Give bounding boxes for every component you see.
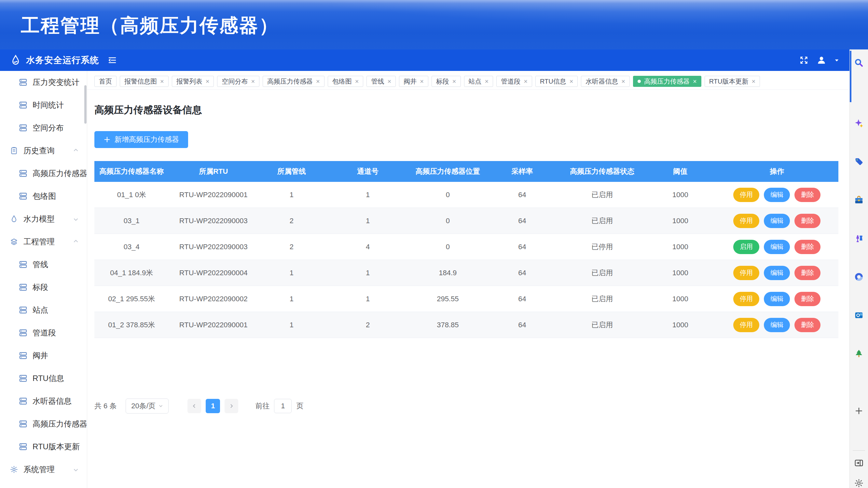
edit-button[interactable]: 编辑 — [764, 318, 790, 332]
chevron-down-icon — [158, 403, 163, 409]
close-icon[interactable]: × — [160, 78, 164, 85]
tab-3[interactable]: 报警列表× — [172, 76, 214, 87]
sidebar-item-2[interactable]: 时间统计 — [0, 94, 87, 117]
user-icon[interactable] — [816, 55, 827, 65]
disable-button[interactable]: 停用 — [733, 318, 759, 332]
cell: 1 — [325, 269, 411, 277]
tab-14[interactable]: 高频压力传感器× — [633, 76, 701, 87]
close-icon[interactable]: × — [251, 78, 255, 85]
delete-button[interactable]: 删除 — [795, 214, 820, 228]
close-icon[interactable]: × — [751, 78, 755, 85]
sparkle-icon[interactable] — [854, 119, 864, 128]
cell: 295.55 — [411, 295, 485, 303]
row-actions: 停用编辑删除 — [716, 188, 838, 202]
tab-12[interactable]: RTU信息× — [535, 76, 578, 87]
sidebar-item-10[interactable]: 标段 — [0, 276, 87, 299]
tab-6[interactable]: 包络图× — [328, 76, 364, 87]
tab-4[interactable]: 空间分布× — [217, 76, 259, 87]
sidebar-item-13[interactable]: 阀井 — [0, 344, 87, 367]
tab-15[interactable]: RTU版本更新× — [705, 76, 760, 87]
toolbox-icon[interactable] — [854, 195, 864, 205]
grid-icon — [19, 101, 27, 109]
sidebar-item-15[interactable]: 水听器信息 — [0, 390, 87, 413]
fullscreen-icon[interactable] — [799, 55, 809, 65]
tab-9[interactable]: 标段× — [432, 76, 461, 87]
sidebar-scrollbar-thumb[interactable] — [84, 85, 87, 124]
edit-button[interactable]: 编辑 — [764, 292, 790, 306]
tab-2[interactable]: 报警信息图× — [120, 76, 168, 87]
disable-button[interactable]: 停用 — [733, 292, 759, 306]
edit-button[interactable]: 编辑 — [764, 214, 790, 228]
tag-icon[interactable] — [854, 157, 864, 167]
close-icon[interactable]: × — [355, 78, 359, 85]
goto-label: 前往 — [255, 401, 270, 411]
cell: 64 — [485, 191, 559, 199]
search-icon[interactable] — [854, 58, 864, 68]
sidebar-item-14[interactable]: RTU信息 — [0, 367, 87, 390]
sidebar-item-1[interactable]: 压力突变统计 — [0, 71, 87, 94]
sidebar-item-9[interactable]: 管线 — [0, 253, 87, 276]
add-sensor-button[interactable]: 新增高频压力传感器 — [94, 131, 188, 148]
sidebar-item-11[interactable]: 站点 — [0, 299, 87, 321]
close-icon[interactable]: × — [524, 78, 528, 85]
grid-icon — [19, 169, 27, 177]
cell: 已启用 — [559, 190, 645, 200]
sidebar-item-12[interactable]: 管道段 — [0, 321, 87, 344]
close-icon[interactable]: × — [621, 78, 625, 85]
close-icon[interactable]: × — [485, 78, 489, 85]
cell: 已启用 — [559, 294, 645, 304]
tab-11[interactable]: 管道段× — [496, 76, 532, 87]
disable-button[interactable]: 停用 — [733, 188, 759, 202]
caret-down-icon[interactable] — [834, 57, 840, 63]
close-icon[interactable]: × — [387, 78, 391, 85]
tab-5[interactable]: 高频压力传感器× — [262, 76, 324, 87]
tree-icon[interactable] — [854, 349, 864, 359]
edit-button[interactable]: 编辑 — [764, 266, 790, 280]
close-icon[interactable]: × — [420, 78, 424, 85]
sidebar-item-3[interactable]: 空间分布 — [0, 117, 87, 139]
page-number-1[interactable]: 1 — [206, 399, 220, 413]
disable-button[interactable]: 停用 — [733, 266, 759, 280]
plus-icon[interactable] — [854, 406, 864, 416]
sidebar-item-5[interactable]: 高频压力传感器 — [0, 162, 87, 185]
tab-7[interactable]: 管线× — [367, 76, 396, 87]
tab-1[interactable]: 首页 — [94, 76, 117, 87]
panel-toggle-icon[interactable] — [854, 458, 864, 468]
tab-13[interactable]: 水听器信息× — [581, 76, 630, 87]
design-icon[interactable] — [854, 272, 864, 282]
sidebar-item-17[interactable]: RTU版本更新 — [0, 435, 87, 458]
close-icon[interactable]: × — [693, 78, 697, 85]
games-icon[interactable] — [854, 234, 864, 243]
sidebar-item-16[interactable]: 高频压力传感器 — [0, 413, 87, 435]
prev-page-button[interactable] — [187, 399, 201, 413]
edit-button[interactable]: 编辑 — [764, 188, 790, 202]
tab-label: 报警信息图 — [124, 77, 157, 86]
menu-fold-icon[interactable] — [107, 55, 117, 65]
sidebar-item-8[interactable]: 工程管理 — [0, 230, 87, 253]
enable-button[interactable]: 启用 — [733, 240, 759, 254]
delete-button[interactable]: 删除 — [795, 266, 820, 280]
mail-icon[interactable] — [854, 311, 864, 320]
goto-page-input[interactable] — [274, 399, 291, 413]
close-icon[interactable]: × — [569, 78, 574, 85]
delete-button[interactable]: 删除 — [795, 292, 820, 306]
page-size-select[interactable]: 20条/页 — [126, 398, 168, 414]
sidebar-item-6[interactable]: 包络图 — [0, 185, 87, 207]
tab-8[interactable]: 阀井× — [399, 76, 428, 87]
delete-button[interactable]: 删除 — [795, 240, 820, 254]
close-icon[interactable]: × — [453, 78, 456, 85]
tab-10[interactable]: 站点× — [464, 76, 493, 87]
edit-button[interactable]: 编辑 — [764, 240, 790, 254]
tab-label: 包络图 — [332, 77, 352, 86]
sidebar-item-18[interactable]: 系统管理 — [0, 458, 87, 481]
settings-icon[interactable] — [854, 478, 864, 488]
next-page-button[interactable] — [224, 399, 238, 413]
delete-button[interactable]: 删除 — [795, 318, 820, 332]
disable-button[interactable]: 停用 — [733, 214, 759, 228]
close-icon[interactable]: × — [316, 78, 320, 85]
close-icon[interactable]: × — [206, 78, 210, 85]
sidebar-item-7[interactable]: 水力模型 — [0, 207, 87, 230]
delete-button[interactable]: 删除 — [795, 188, 820, 202]
sidebar-item-4[interactable]: 历史查询 — [0, 139, 87, 162]
total-count: 共 6 条 — [94, 401, 117, 411]
